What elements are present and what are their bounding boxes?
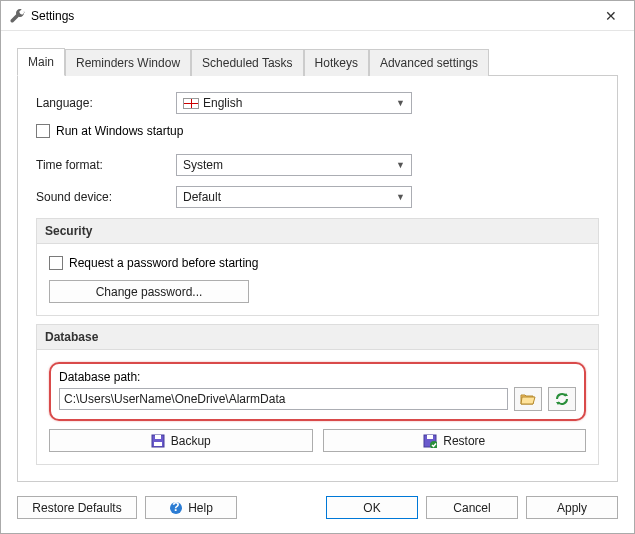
default-path-button[interactable] xyxy=(548,387,576,411)
checkbox-box-icon xyxy=(36,124,50,138)
run-at-startup-label: Run at Windows startup xyxy=(56,124,183,138)
help-icon: ? xyxy=(169,501,183,515)
restore-defaults-button[interactable]: Restore Defaults xyxy=(17,496,137,519)
backup-button[interactable]: Backup xyxy=(49,429,313,452)
language-label: Language: xyxy=(36,96,176,110)
chevron-down-icon: ▼ xyxy=(396,192,405,202)
wrench-icon xyxy=(9,8,25,24)
language-value: English xyxy=(203,96,242,110)
time-format-value: System xyxy=(183,158,223,172)
cancel-button[interactable]: Cancel xyxy=(426,496,518,519)
tab-panel-main: Language: English ▼ Run at Windows start… xyxy=(17,75,618,482)
sound-device-label: Sound device: xyxy=(36,190,176,204)
sound-device-value: Default xyxy=(183,190,221,204)
database-path-highlight: Database path: C:\Users\UserName\OneDriv… xyxy=(49,362,586,421)
window-title: Settings xyxy=(31,9,74,23)
database-path-input[interactable]: C:\Users\UserName\OneDrive\AlarmData xyxy=(59,388,508,410)
chevron-down-icon: ▼ xyxy=(396,98,405,108)
database-group: Database Database path: C:\Users\UserNam… xyxy=(36,324,599,465)
titlebar: Settings ✕ xyxy=(1,1,634,31)
svg-rect-1 xyxy=(155,435,161,439)
security-group: Security Request a password before start… xyxy=(36,218,599,316)
tab-scheduled-tasks[interactable]: Scheduled Tasks xyxy=(191,49,304,76)
restore-button[interactable]: Restore xyxy=(323,429,587,452)
change-password-button[interactable]: Change password... xyxy=(49,280,249,303)
close-button[interactable]: ✕ xyxy=(588,1,634,31)
request-password-label: Request a password before starting xyxy=(69,256,258,270)
ok-button[interactable]: OK xyxy=(326,496,418,519)
tab-reminders-window[interactable]: Reminders Window xyxy=(65,49,191,76)
time-format-label: Time format: xyxy=(36,158,176,172)
browse-folder-button[interactable] xyxy=(514,387,542,411)
restore-icon xyxy=(423,434,437,448)
help-button[interactable]: ? Help xyxy=(145,496,237,519)
checkbox-box-icon xyxy=(49,256,63,270)
database-title: Database xyxy=(37,325,598,350)
database-path-label: Database path: xyxy=(59,370,576,384)
folder-open-icon xyxy=(520,392,536,406)
time-format-combo[interactable]: System ▼ xyxy=(176,154,412,176)
tab-main[interactable]: Main xyxy=(17,48,65,76)
tabstrip: Main Reminders Window Scheduled Tasks Ho… xyxy=(1,31,634,75)
tab-hotkeys[interactable]: Hotkeys xyxy=(304,49,369,76)
flag-uk-icon xyxy=(183,98,199,109)
request-password-checkbox[interactable]: Request a password before starting xyxy=(49,256,586,270)
language-combo[interactable]: English ▼ xyxy=(176,92,412,114)
save-icon xyxy=(151,434,165,448)
tab-advanced-settings[interactable]: Advanced settings xyxy=(369,49,489,76)
run-at-startup-checkbox[interactable]: Run at Windows startup xyxy=(36,124,599,138)
dialog-buttons: Restore Defaults ? Help OK Cancel Apply xyxy=(1,482,634,533)
svg-rect-2 xyxy=(154,442,162,446)
svg-rect-4 xyxy=(427,435,433,439)
apply-button[interactable]: Apply xyxy=(526,496,618,519)
security-title: Security xyxy=(37,219,598,244)
svg-text:?: ? xyxy=(172,501,179,514)
chevron-down-icon: ▼ xyxy=(396,160,405,170)
sound-device-combo[interactable]: Default ▼ xyxy=(176,186,412,208)
sync-icon xyxy=(554,391,570,407)
